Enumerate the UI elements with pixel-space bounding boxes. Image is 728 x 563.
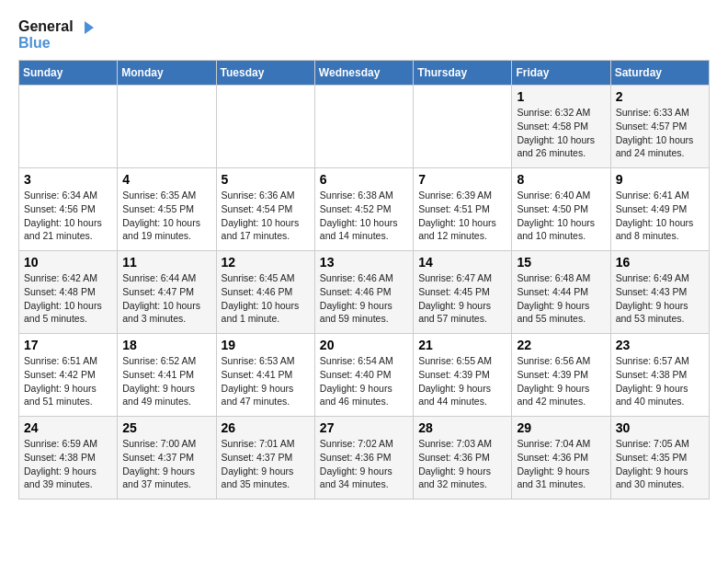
day-info: Sunrise: 6:54 AM Sunset: 4:40 PM Dayligh… <box>320 354 408 408</box>
day-info: Sunrise: 6:34 AM Sunset: 4:56 PM Dayligh… <box>24 189 112 243</box>
day-info: Sunrise: 6:46 AM Sunset: 4:46 PM Dayligh… <box>320 271 408 326</box>
weekday-header: Wednesday <box>314 61 413 86</box>
logo: General Blue <box>18 18 94 51</box>
day-info: Sunrise: 6:47 AM Sunset: 4:45 PM Dayligh… <box>418 271 506 326</box>
day-info: Sunrise: 6:41 AM Sunset: 4:49 PM Dayligh… <box>616 189 704 243</box>
day-number: 5 <box>222 172 310 187</box>
calendar-week-row: 17Sunrise: 6:51 AM Sunset: 4:42 PM Dayli… <box>19 334 710 417</box>
calendar-cell: 1Sunrise: 6:32 AM Sunset: 4:58 PM Daylig… <box>512 86 610 168</box>
calendar-cell: 19Sunrise: 6:53 AM Sunset: 4:41 PM Dayli… <box>216 334 314 417</box>
logo-arrow-icon <box>77 21 94 34</box>
day-info: Sunrise: 6:55 AM Sunset: 4:39 PM Dayligh… <box>418 354 506 408</box>
day-number: 14 <box>418 255 506 270</box>
day-number: 17 <box>24 338 112 352</box>
day-number: 3 <box>24 172 112 187</box>
calendar-cell: 15Sunrise: 6:48 AM Sunset: 4:44 PM Dayli… <box>512 251 610 334</box>
weekday-header: Thursday <box>414 61 512 86</box>
day-info: Sunrise: 6:38 AM Sunset: 4:52 PM Dayligh… <box>320 189 408 243</box>
weekday-header: Friday <box>512 61 610 86</box>
svg-marker-0 <box>85 21 94 34</box>
calendar-cell: 18Sunrise: 6:52 AM Sunset: 4:41 PM Dayli… <box>118 334 216 417</box>
day-number: 2 <box>616 89 704 104</box>
day-number: 7 <box>418 172 506 187</box>
calendar-cell: 7Sunrise: 6:39 AM Sunset: 4:51 PM Daylig… <box>414 168 512 251</box>
calendar-cell: 12Sunrise: 6:45 AM Sunset: 4:46 PM Dayli… <box>216 251 314 334</box>
calendar-week-row: 3Sunrise: 6:34 AM Sunset: 4:56 PM Daylig… <box>19 168 710 251</box>
day-number: 1 <box>517 89 605 104</box>
day-number: 30 <box>616 420 704 435</box>
calendar-cell: 20Sunrise: 6:54 AM Sunset: 4:40 PM Dayli… <box>314 334 413 417</box>
day-number: 15 <box>517 255 605 270</box>
day-info: Sunrise: 7:01 AM Sunset: 4:37 PM Dayligh… <box>222 437 310 491</box>
day-info: Sunrise: 6:52 AM Sunset: 4:41 PM Dayligh… <box>122 354 210 408</box>
day-number: 9 <box>616 172 704 187</box>
calendar-cell <box>118 86 216 168</box>
calendar-cell: 8Sunrise: 6:40 AM Sunset: 4:50 PM Daylig… <box>512 168 610 251</box>
day-info: Sunrise: 6:56 AM Sunset: 4:39 PM Dayligh… <box>517 354 605 408</box>
calendar-cell: 26Sunrise: 7:01 AM Sunset: 4:37 PM Dayli… <box>216 417 314 500</box>
day-number: 23 <box>616 338 704 352</box>
day-info: Sunrise: 7:03 AM Sunset: 4:36 PM Dayligh… <box>418 437 506 491</box>
calendar-cell: 23Sunrise: 6:57 AM Sunset: 4:38 PM Dayli… <box>610 334 709 417</box>
calendar-cell: 29Sunrise: 7:04 AM Sunset: 4:36 PM Dayli… <box>512 417 610 500</box>
day-number: 10 <box>24 255 112 270</box>
day-info: Sunrise: 6:39 AM Sunset: 4:51 PM Dayligh… <box>418 189 506 243</box>
calendar-cell: 10Sunrise: 6:42 AM Sunset: 4:48 PM Dayli… <box>19 251 118 334</box>
calendar-cell: 2Sunrise: 6:33 AM Sunset: 4:57 PM Daylig… <box>610 86 709 168</box>
calendar-cell <box>314 86 413 168</box>
calendar-cell: 9Sunrise: 6:41 AM Sunset: 4:49 PM Daylig… <box>610 168 709 251</box>
day-info: Sunrise: 6:44 AM Sunset: 4:47 PM Dayligh… <box>122 271 210 326</box>
day-number: 18 <box>122 338 210 352</box>
day-info: Sunrise: 6:45 AM Sunset: 4:46 PM Dayligh… <box>222 271 310 326</box>
day-number: 25 <box>122 420 210 435</box>
calendar-cell: 13Sunrise: 6:46 AM Sunset: 4:46 PM Dayli… <box>314 251 413 334</box>
day-info: Sunrise: 7:05 AM Sunset: 4:35 PM Dayligh… <box>616 437 704 491</box>
calendar-cell: 14Sunrise: 6:47 AM Sunset: 4:45 PM Dayli… <box>414 251 512 334</box>
day-number: 12 <box>222 255 310 270</box>
calendar-week-row: 10Sunrise: 6:42 AM Sunset: 4:48 PM Dayli… <box>19 251 710 334</box>
calendar-cell: 28Sunrise: 7:03 AM Sunset: 4:36 PM Dayli… <box>414 417 512 500</box>
day-number: 8 <box>517 172 605 187</box>
day-info: Sunrise: 6:40 AM Sunset: 4:50 PM Dayligh… <box>517 189 605 243</box>
day-info: Sunrise: 6:53 AM Sunset: 4:41 PM Dayligh… <box>222 354 310 408</box>
day-info: Sunrise: 6:59 AM Sunset: 4:38 PM Dayligh… <box>24 437 112 491</box>
day-info: Sunrise: 6:42 AM Sunset: 4:48 PM Dayligh… <box>24 271 112 326</box>
day-info: Sunrise: 7:02 AM Sunset: 4:36 PM Dayligh… <box>320 437 408 491</box>
calendar-cell: 3Sunrise: 6:34 AM Sunset: 4:56 PM Daylig… <box>19 168 118 251</box>
day-info: Sunrise: 6:57 AM Sunset: 4:38 PM Dayligh… <box>616 354 704 408</box>
day-number: 13 <box>320 255 408 270</box>
calendar-cell: 16Sunrise: 6:49 AM Sunset: 4:43 PM Dayli… <box>610 251 709 334</box>
calendar-cell <box>216 86 314 168</box>
calendar-cell: 27Sunrise: 7:02 AM Sunset: 4:36 PM Dayli… <box>314 417 413 500</box>
day-info: Sunrise: 6:33 AM Sunset: 4:57 PM Dayligh… <box>616 106 704 160</box>
day-info: Sunrise: 6:35 AM Sunset: 4:55 PM Dayligh… <box>122 189 210 243</box>
day-number: 29 <box>517 420 605 435</box>
day-info: Sunrise: 6:49 AM Sunset: 4:43 PM Dayligh… <box>616 271 704 326</box>
day-info: Sunrise: 6:51 AM Sunset: 4:42 PM Dayligh… <box>24 354 112 408</box>
calendar-cell: 21Sunrise: 6:55 AM Sunset: 4:39 PM Dayli… <box>414 334 512 417</box>
day-number: 6 <box>320 172 408 187</box>
calendar-week-row: 1Sunrise: 6:32 AM Sunset: 4:58 PM Daylig… <box>19 86 710 168</box>
weekday-header-row: SundayMondayTuesdayWednesdayThursdayFrid… <box>19 61 710 86</box>
calendar-cell: 6Sunrise: 6:38 AM Sunset: 4:52 PM Daylig… <box>314 168 413 251</box>
weekday-header: Monday <box>118 61 216 86</box>
day-number: 26 <box>222 420 310 435</box>
day-info: Sunrise: 6:32 AM Sunset: 4:58 PM Dayligh… <box>517 106 605 160</box>
day-number: 22 <box>517 338 605 352</box>
day-number: 21 <box>418 338 506 352</box>
day-number: 28 <box>418 420 506 435</box>
calendar-cell: 25Sunrise: 7:00 AM Sunset: 4:37 PM Dayli… <box>118 417 216 500</box>
day-number: 11 <box>122 255 210 270</box>
calendar-cell <box>414 86 512 168</box>
day-number: 16 <box>616 255 704 270</box>
calendar-cell: 4Sunrise: 6:35 AM Sunset: 4:55 PM Daylig… <box>118 168 216 251</box>
calendar-cell: 30Sunrise: 7:05 AM Sunset: 4:35 PM Dayli… <box>610 417 709 500</box>
weekday-header: Saturday <box>610 61 709 86</box>
day-number: 4 <box>122 172 210 187</box>
day-number: 20 <box>320 338 408 352</box>
day-number: 24 <box>24 420 112 435</box>
header: General Blue <box>18 18 710 51</box>
calendar-cell: 5Sunrise: 6:36 AM Sunset: 4:54 PM Daylig… <box>216 168 314 251</box>
calendar-table: SundayMondayTuesdayWednesdayThursdayFrid… <box>18 60 710 500</box>
calendar-cell: 11Sunrise: 6:44 AM Sunset: 4:47 PM Dayli… <box>118 251 216 334</box>
